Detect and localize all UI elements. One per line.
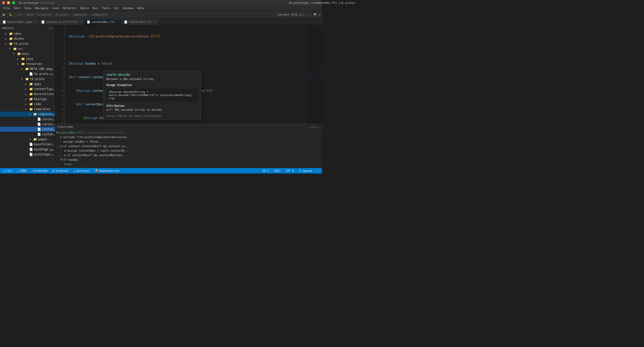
- menu-view[interactable]: View: [22, 6, 33, 10]
- structure-item-if1[interactable]: ▶ if content.contentBox?? && content.co.…: [55, 144, 322, 148]
- tree-item-src[interactable]: ▼ 📁 src: [0, 46, 55, 51]
- maximize-button[interactable]: [12, 1, 15, 4]
- settings-sidebar-icon[interactable]: ⚙: [51, 27, 53, 30]
- tree-item-main[interactable]: ▼ 📁 main: [0, 51, 55, 56]
- status-todo[interactable]: ☑ TODO: [16, 169, 28, 172]
- structure-item-if2[interactable]: ▶ assign contentBox = cmsfn.contentB...: [55, 148, 322, 153]
- breadcrumb-main[interactable]: main: [27, 13, 33, 16]
- structure-item-include[interactable]: ▶ include "/tk-proto/templates/macros/bu…: [55, 135, 322, 139]
- breadcrumb-resources[interactable]: resources: [37, 13, 52, 16]
- menu-edit[interactable]: Edit: [12, 6, 23, 10]
- tree-item-metainf[interactable]: ▼ 📁 META-INF.magnolia: [0, 66, 55, 71]
- tree-item-contentboxftl[interactable]: 📄 contentBox.ftl: [0, 127, 55, 132]
- line-num-11: 11: [57, 70, 65, 75]
- tree-item-tkproto[interactable]: ▼ 📁 tk-proto: [0, 41, 55, 46]
- structure-sort-icon[interactable]: ⇅: [310, 126, 312, 128]
- status-indent[interactable]: 4 spaces: [298, 169, 313, 172]
- tooltip-popup: cmsfn.decode Decodes a URL-encoded strin…: [103, 70, 201, 120]
- tab-close-basefolder[interactable]: ✕: [34, 21, 36, 23]
- status-services[interactable]: ☁ Services: [73, 169, 91, 172]
- tree-item-basefolder[interactable]: 📄 basefolder.yaml: [0, 142, 55, 147]
- tree-item-decorations[interactable]: ▶ 📁 decorations: [0, 92, 55, 97]
- sidebar-header-icons: ⊟ ⚙: [49, 27, 53, 30]
- structure-expand-icon[interactable]: ⊟: [313, 126, 314, 128]
- breadcrumb-tkproto[interactable]: tk-proto: [56, 13, 69, 16]
- status-git[interactable]: ⎇ Git: [2, 169, 13, 172]
- tab-contentbox-active[interactable]: 📄 contentBox.ftl ✕: [84, 19, 122, 25]
- tree-item-prototype[interactable]: 📄 prototype.yaml: [0, 152, 55, 157]
- tree-item-contact1[interactable]: 📄 contact-p...: [0, 117, 55, 122]
- tree-item-templates[interactable]: ▼ 📁 templates: [0, 107, 55, 112]
- status-terminal[interactable]: ⊞ Terminal: [52, 169, 70, 172]
- structure-item-ifhasbox2[interactable]: ▼ if hasBox: [55, 157, 322, 162]
- minimize-button[interactable]: [7, 1, 10, 4]
- collapse-icon[interactable]: ⊟: [49, 27, 50, 30]
- structure-item-if1-label: if content.contentBox?? && content.co...: [63, 145, 130, 148]
- menu-build[interactable]: Build: [78, 6, 91, 10]
- sidebar-tree[interactable]: ▶ 📁 idea ▶ 📁 docker ▼ 📁 tk-proto ▼ 📁: [0, 31, 55, 168]
- structure-item-assign1[interactable]: ▶ assign hasBox = false: [55, 139, 322, 144]
- git-label[interactable]: Git: ✓ ✓: [299, 13, 312, 16]
- tree-item-contentboxyaml[interactable]: 📄 contentBox.yaml: [0, 132, 55, 137]
- status-line-ending[interactable]: CRLF: [273, 169, 282, 172]
- tree-label-metainf: META-INF.magnolia: [30, 67, 55, 71]
- breadcrumb-components[interactable]: components: [91, 13, 108, 16]
- menu-git[interactable]: Git: [112, 6, 121, 10]
- menu-file[interactable]: File: [1, 6, 12, 10]
- tree-item-tkprotofolder[interactable]: ▼ 📁 tk-proto: [0, 76, 55, 81]
- tree-item-tkprotoxml[interactable]: 📄 tk-proto.xml: [0, 71, 55, 76]
- tree-item-contenttypes[interactable]: ▶ 📁 contentTypes: [0, 86, 55, 92]
- tree-item-resources[interactable]: ▼ 📁 resources: [0, 61, 55, 66]
- project-name: tk-proto: [41, 1, 54, 5]
- menu-refactor[interactable]: Refactor: [61, 6, 78, 10]
- structure-root[interactable]: ▼ contentBox.ftl D:\java\workspace\tk-pr…: [55, 130, 322, 135]
- breadcrumb-templates[interactable]: templates: [72, 13, 88, 16]
- file-icon-basefolder: 📄: [29, 143, 33, 146]
- structure-item-subdiv[interactable]: ▶ < /> div: [55, 166, 322, 168]
- file-icon-basepage: 📄: [29, 148, 33, 151]
- current-file-label[interactable]: Current File: [277, 13, 297, 16]
- tree-item-components[interactable]: ▼ 📁 components: [0, 112, 55, 117]
- folder-icon-src: 📁: [13, 47, 17, 51]
- menu-tools[interactable]: Tools: [100, 6, 112, 10]
- menu-window[interactable]: Window: [121, 6, 135, 10]
- tree-item-idea[interactable]: ▶ 📁 idea: [0, 31, 55, 36]
- structure-item-ifhasbox[interactable]: ▶ if contentBox?? && contentBox?has...: [55, 153, 322, 157]
- tab-close-contact[interactable]: ✕: [80, 21, 82, 23]
- tab-close-contentbox[interactable]: ✕: [117, 21, 119, 23]
- close-button[interactable]: [2, 1, 5, 4]
- menu-help[interactable]: Help: [135, 6, 146, 10]
- tab-close-contentbox2[interactable]: ✕: [154, 21, 156, 23]
- status-checkmark[interactable]: ✓: [316, 169, 320, 172]
- tab-contact-profile[interactable]: 📄 contact-profile.ftl ✕: [39, 19, 84, 25]
- settings-icon[interactable]: ⚙: [319, 13, 320, 16]
- folder-icon-i18n: 📁: [29, 102, 33, 106]
- status-position[interactable]: 24:1: [261, 169, 270, 172]
- tab-contentbox2[interactable]: 📄 contentBox.ftl ✕: [122, 19, 159, 25]
- tree-item-basepage[interactable]: 📄 basePage.yaml: [0, 147, 55, 152]
- structure-settings-icon[interactable]: ⚙: [315, 126, 317, 128]
- structure-item-div[interactable]: ▼ div: [55, 162, 322, 166]
- tree-item-pages[interactable]: ▼ 📁 pages: [0, 137, 55, 142]
- status-encoding[interactable]: UTF-8: [285, 169, 295, 172]
- search-icon[interactable]: 🔍: [314, 13, 317, 16]
- toolbar-run-btn[interactable]: ▶: [2, 13, 7, 17]
- menu-code[interactable]: Code: [50, 6, 61, 10]
- status-dependencies[interactable]: 📦 Dependencies: [94, 169, 120, 172]
- tree-label-contact1: contact-p...: [42, 117, 55, 121]
- structure-close-icon[interactable]: —: [318, 126, 320, 128]
- tree-item-i18n[interactable]: ▶ 📁 i18n: [0, 102, 55, 107]
- tree-item-docker[interactable]: ▶ 📁 docker: [0, 36, 55, 41]
- code-container[interactable]: 1 2 3 4 5 6 7 8 9 10 11 12 13 14 15 16 1…: [55, 25, 322, 124]
- tab-basefolder[interactable]: 📄 basefolder.yaml ✕: [0, 19, 39, 25]
- tree-item-apps[interactable]: ▶ 📁 apps: [0, 81, 55, 86]
- breadcrumb-src[interactable]: src: [18, 13, 23, 16]
- tree-item-dialogs[interactable]: ▼ 📁 dialogs: [0, 97, 55, 102]
- tree-item-contact2[interactable]: 📄 contact-p...: [0, 122, 55, 127]
- status-problems[interactable]: ⚠ Problems: [31, 169, 49, 172]
- menu-run[interactable]: Run: [91, 6, 100, 10]
- tree-item-java[interactable]: ▶ 📁 java: [0, 56, 55, 61]
- toolbar-debug-btn[interactable]: 🐛: [8, 13, 14, 17]
- structure-header: Structure ⇅ ⊟ ⚙ —: [55, 124, 322, 130]
- menu-navigate[interactable]: Navigate: [33, 6, 51, 10]
